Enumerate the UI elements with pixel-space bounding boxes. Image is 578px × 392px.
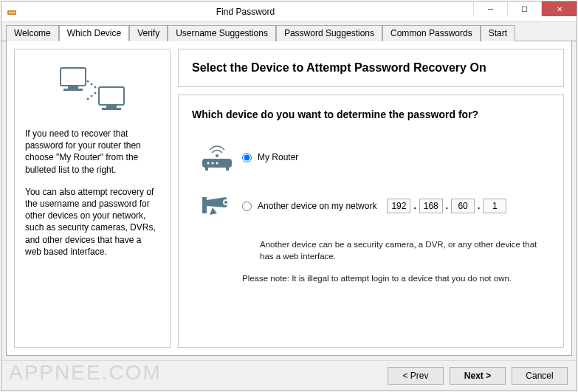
form-question: Which device do you want to determine th… <box>192 109 550 120</box>
next-button[interactable]: Next > <box>450 367 506 385</box>
tab-verify[interactable]: Verify <box>129 25 168 41</box>
svg-point-16 <box>216 154 219 157</box>
tab-password-suggestions[interactable]: Password Suggestions <box>276 25 382 41</box>
cancel-button[interactable]: Cancel <box>512 367 568 385</box>
svg-point-18 <box>207 162 210 165</box>
svg-rect-9 <box>102 108 121 110</box>
camera-icon <box>192 191 242 221</box>
info-panel: If you need to recover that password for… <box>14 49 171 348</box>
titlebar: Find Password ─ ☐ ✕ <box>1 1 577 22</box>
wizard-footer: < Prev Next > Cancel <box>1 360 577 391</box>
main-panel: Select the Device to Attempt Password Re… <box>178 49 564 348</box>
svg-point-15 <box>87 98 89 100</box>
svg-rect-5 <box>68 86 78 89</box>
page-heading-box: Select the Device to Attempt Password Re… <box>178 49 564 87</box>
app-window: Find Password ─ ☐ ✕ Welcome Which Device… <box>1 1 577 391</box>
minimize-icon: ─ <box>488 5 493 13</box>
svg-point-20 <box>216 162 219 165</box>
ip-octet-2[interactable] <box>419 199 443 213</box>
label-my-router: My Router <box>258 152 298 162</box>
window-controls: ─ ☐ ✕ <box>473 1 577 21</box>
ip-address-input: . . . <box>387 199 506 213</box>
svg-point-19 <box>212 162 214 165</box>
page-heading: Select the Device to Attempt Password Re… <box>192 61 550 75</box>
radio-my-router[interactable] <box>242 153 252 162</box>
svg-rect-22 <box>226 168 229 171</box>
ip-dot: . <box>478 201 480 211</box>
prev-button[interactable]: < Prev <box>388 367 444 385</box>
ip-octet-1[interactable] <box>387 199 410 213</box>
tab-common-passwords[interactable]: Common Passwords <box>382 25 481 41</box>
tabstrip: Welcome Which Device Verify Username Sug… <box>1 22 577 41</box>
option-row-router: My Router <box>192 141 550 173</box>
tab-welcome[interactable]: Welcome <box>6 25 59 41</box>
radio-other-device[interactable] <box>242 202 252 211</box>
maximize-button[interactable]: ☐ <box>507 1 541 16</box>
svg-point-14 <box>91 95 93 97</box>
close-button[interactable]: ✕ <box>541 1 577 16</box>
option-row-other: Another device on my network . . . <box>192 191 550 221</box>
info-paragraph-1: If you need to recover that password for… <box>25 128 159 176</box>
svg-rect-4 <box>61 68 86 86</box>
svg-point-3 <box>13 12 15 13</box>
svg-rect-8 <box>106 105 117 108</box>
svg-point-13 <box>94 92 97 94</box>
svg-rect-7 <box>99 87 124 105</box>
ip-octet-4[interactable] <box>483 199 506 213</box>
window-title: Find Password <box>18 7 473 17</box>
tab-which-device[interactable]: Which Device <box>59 25 129 41</box>
router-icon <box>192 141 242 173</box>
content-area: If you need to recover that password for… <box>6 41 572 356</box>
close-icon: ✕ <box>557 5 562 13</box>
svg-rect-6 <box>63 89 83 91</box>
network-diagram-icon <box>25 60 159 119</box>
form-box: Which device do you want to determine th… <box>178 94 564 348</box>
svg-point-11 <box>91 83 93 86</box>
ip-dot: . <box>413 201 416 211</box>
app-icon <box>6 6 18 18</box>
minimize-button[interactable]: ─ <box>473 1 507 16</box>
note-legal: Please note: It is illegal to attempt lo… <box>242 274 550 283</box>
ip-dot: . <box>446 201 448 211</box>
info-paragraph-2: You can also attempt recovery of the use… <box>25 186 159 258</box>
tab-username-suggestions[interactable]: Username Suggestions <box>168 25 276 41</box>
ip-octet-3[interactable] <box>451 199 475 213</box>
maximize-icon: ☐ <box>521 5 528 13</box>
note-other-device: Another device can be a security camera,… <box>260 238 550 262</box>
svg-point-10 <box>87 80 89 83</box>
svg-rect-23 <box>202 197 207 213</box>
svg-point-2 <box>11 12 13 13</box>
label-other-device: Another device on my network <box>258 201 376 211</box>
svg-point-1 <box>9 12 10 13</box>
tab-start[interactable]: Start <box>481 25 515 41</box>
svg-rect-21 <box>205 168 208 171</box>
svg-point-12 <box>94 86 97 89</box>
svg-point-25 <box>224 201 227 204</box>
